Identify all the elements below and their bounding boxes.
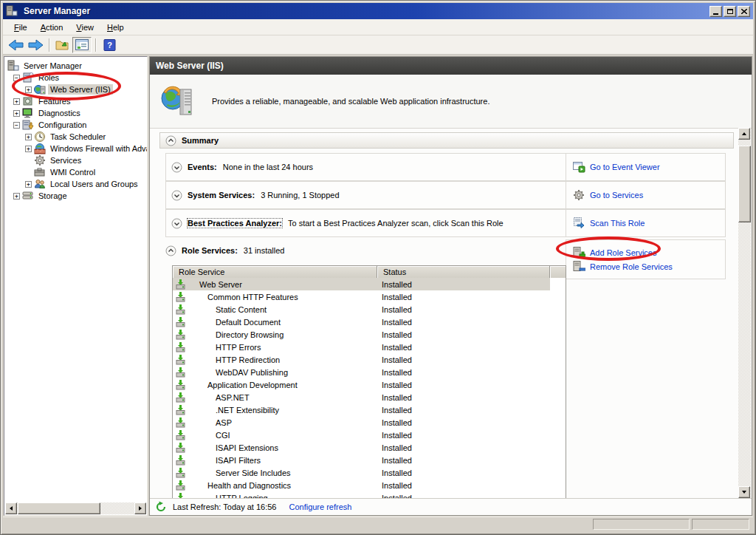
maximize-icon xyxy=(727,9,733,14)
summary-section-header[interactable]: Summary xyxy=(159,132,734,149)
link-label: Go to Services xyxy=(590,191,643,200)
tree-item-server-manager[interactable]: Server Manager xyxy=(4,60,147,72)
tree-item-windows-firewall-with-adva[interactable]: +Windows Firewall with Adva xyxy=(4,143,147,154)
column-header-empty xyxy=(550,266,566,278)
tree-item-label: Windows Firewall with Adva xyxy=(48,143,148,154)
tree-item-storage[interactable]: +Storage xyxy=(4,190,147,202)
maximize-button[interactable] xyxy=(724,6,736,17)
remove-role-services-link[interactable]: Remove Role Services xyxy=(573,261,673,273)
column-header-role-service[interactable]: Role Service xyxy=(173,266,377,278)
scroll-down-button[interactable] xyxy=(738,486,750,498)
tree-horizontal-scrollbar[interactable] xyxy=(5,502,146,514)
role-service-row-web-server[interactable]: Web ServerInstalled xyxy=(173,278,550,290)
menu-file[interactable]: File xyxy=(7,21,34,34)
expand-toggle-icon[interactable]: + xyxy=(25,86,32,93)
collapse-toggle-icon[interactable]: − xyxy=(13,122,20,129)
tree-item-configuration[interactable]: −Configuration xyxy=(4,119,147,131)
scrollbar-thumb[interactable] xyxy=(18,502,100,514)
toolbar-separator xyxy=(49,38,49,52)
chevron-down-icon[interactable] xyxy=(171,190,182,201)
tree-item-label: Roles xyxy=(36,72,61,83)
tree-item-label: Diagnostics xyxy=(36,108,83,118)
server-manager-icon xyxy=(7,60,19,72)
expand-toggle-icon[interactable]: + xyxy=(25,146,32,152)
collapse-toggle-icon[interactable]: − xyxy=(13,75,20,81)
role-service-status: Installed xyxy=(377,305,412,314)
role-service-installed-icon xyxy=(176,430,185,440)
configure-refresh-link[interactable]: Configure refresh xyxy=(289,502,351,511)
menu-view[interactable]: View xyxy=(69,21,100,34)
tree-item-label: Configuration xyxy=(36,120,89,130)
expand-toggle-icon[interactable]: + xyxy=(25,134,32,140)
role-service-row-directory-browsing[interactable]: Directory BrowsingInstalled xyxy=(173,328,550,341)
chevron-down-icon[interactable] xyxy=(171,218,182,229)
tree-item-diagnostics[interactable]: +Diagnostics xyxy=(4,107,147,119)
role-service-row-server-side-includes[interactable]: Server Side IncludesInstalled xyxy=(173,466,550,479)
expand-toggle-icon[interactable]: + xyxy=(13,193,20,200)
tree-item-wmi-control[interactable]: WMI Control xyxy=(4,166,147,178)
minimize-button[interactable] xyxy=(709,6,722,17)
main-vertical-scrollbar[interactable] xyxy=(738,128,751,498)
best-practices-label: Best Practices Analyzer: xyxy=(188,219,282,228)
tree-item-label: Server Manager xyxy=(21,61,84,71)
scan-this-role-link[interactable]: Scan This Role xyxy=(573,217,645,229)
minimize-icon xyxy=(713,13,718,15)
tree-item-label: Features xyxy=(36,96,72,106)
role-service-row-health-and-diagnostics[interactable]: Health and DiagnosticsInstalled xyxy=(173,479,550,491)
chevron-up-icon[interactable] xyxy=(165,135,176,146)
role-service-status: Installed xyxy=(377,468,412,477)
help-button[interactable]: ? xyxy=(100,37,119,53)
chevron-down-icon[interactable] xyxy=(171,162,182,173)
back-button[interactable] xyxy=(7,37,26,53)
expand-toggle-icon[interactable]: + xyxy=(13,98,20,105)
role-service-row-asp[interactable]: ASPInstalled xyxy=(173,416,550,429)
role-service-row-application-development[interactable]: Application DevelopmentInstalled xyxy=(173,378,550,391)
role-service-row-http-redirection[interactable]: HTTP RedirectionInstalled xyxy=(173,353,550,366)
role-service-row-static-content[interactable]: Static ContentInstalled xyxy=(173,303,550,316)
window-title: Server Manager xyxy=(24,6,709,16)
role-service-installed-icon xyxy=(176,480,185,491)
tree-item-features[interactable]: +Features xyxy=(4,95,147,107)
expand-toggle-icon[interactable]: + xyxy=(25,181,32,188)
role-service-row-isapi-extensions[interactable]: ISAPI ExtensionsInstalled xyxy=(173,441,550,454)
role-service-status: Installed xyxy=(377,343,412,352)
role-service-installed-icon xyxy=(176,455,185,466)
summary-title: Summary xyxy=(182,136,219,145)
close-button[interactable] xyxy=(738,6,750,17)
scrollbar-thumb[interactable] xyxy=(738,146,751,222)
role-service-row-webdav-publishing[interactable]: WebDAV PublishingInstalled xyxy=(173,366,550,378)
up-one-level-button[interactable] xyxy=(53,37,72,53)
role-service-installed-icon xyxy=(176,317,185,327)
role-service-row-http-errors[interactable]: HTTP ErrorsInstalled xyxy=(173,341,550,353)
expand-toggle-icon[interactable]: + xyxy=(13,110,20,117)
chevron-up-icon[interactable] xyxy=(165,245,176,256)
go-to-services-link[interactable]: Go to Services xyxy=(573,189,643,201)
go-to-event-viewer-link[interactable]: Go to Event Viewer xyxy=(573,161,660,173)
tree-item-web-server-iis[interactable]: +Web Server (IIS) xyxy=(4,84,147,95)
role-service-name: Default Document xyxy=(185,318,377,327)
tree-item-local-users-and-groups[interactable]: +Local Users and Groups xyxy=(4,178,147,190)
role-service-row-common-http-features[interactable]: Common HTTP FeaturesInstalled xyxy=(173,290,550,303)
role-service-row-net-extensibility[interactable]: .NET ExtensibilityInstalled xyxy=(173,403,550,416)
table-header: Role Service Status xyxy=(173,266,566,278)
tree-item-roles[interactable]: −Roles xyxy=(4,72,147,84)
add-role-services-link[interactable]: Add Role Services xyxy=(573,247,657,259)
scroll-right-button[interactable] xyxy=(134,502,146,514)
forward-button[interactable] xyxy=(26,37,45,53)
events-label: Events: xyxy=(188,163,217,171)
column-header-status[interactable]: Status xyxy=(377,266,550,278)
role-service-status: Installed xyxy=(377,481,412,490)
titlebar[interactable]: Server Manager xyxy=(3,3,753,19)
scroll-left-button[interactable] xyxy=(5,502,17,514)
console-tree-toggle-button[interactable] xyxy=(72,37,92,53)
menu-help[interactable]: Help xyxy=(100,21,131,34)
tree-item-task-scheduler[interactable]: +Task Scheduler xyxy=(4,131,147,143)
role-service-row-isapi-filters[interactable]: ISAPI FiltersInstalled xyxy=(173,454,550,466)
tree-item-services[interactable]: Services xyxy=(4,154,147,166)
menu-action[interactable]: Action xyxy=(34,21,70,34)
role-service-installed-icon xyxy=(176,304,185,315)
role-service-row-cgi[interactable]: CGIInstalled xyxy=(173,429,550,441)
role-service-row-asp-net[interactable]: ASP.NETInstalled xyxy=(173,391,550,403)
scroll-up-button[interactable] xyxy=(738,128,750,140)
role-service-row-default-document[interactable]: Default DocumentInstalled xyxy=(173,316,550,328)
